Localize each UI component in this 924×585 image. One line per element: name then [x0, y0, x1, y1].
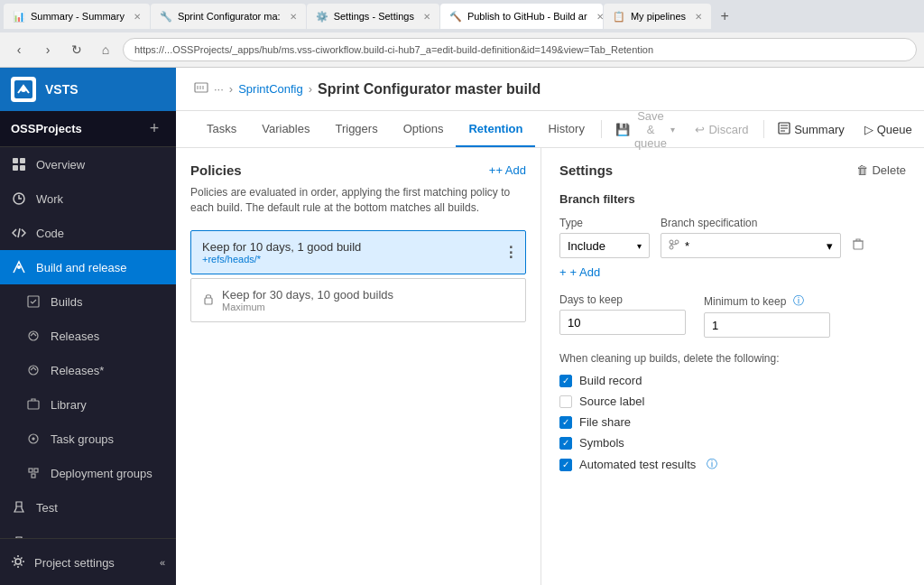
min-to-keep-input[interactable] [704, 312, 830, 338]
deployment-groups-icon [25, 465, 42, 481]
policy-item-2-content: Keep for 30 days, 10 good builds Maximum [222, 288, 514, 312]
sidebar-project-name: OSSProjects [11, 122, 143, 135]
tab-history[interactable]: History [535, 111, 596, 147]
policy-item-1-title: Keep for 10 days, 1 good build [202, 240, 514, 254]
type-select[interactable]: Include ▾ [559, 233, 650, 258]
sidebar-project-add-icon[interactable]: + [143, 118, 165, 140]
branch-spec-input[interactable]: * ▾ [661, 233, 841, 258]
sidebar-item-test[interactable]: Test [0, 490, 176, 525]
add-icon: + [489, 163, 496, 177]
checkmark-icon-2: ✓ [562, 417, 569, 427]
queue-button[interactable]: ▷ Queue [855, 115, 921, 144]
type-value: Include [568, 239, 605, 253]
back-button[interactable]: ‹ [7, 38, 31, 61]
forward-button[interactable]: › [36, 38, 60, 61]
checkbox-build-record-box: ✓ [559, 375, 572, 387]
checkbox-automated-tests-box: ✓ [559, 459, 572, 471]
add-filter-button[interactable]: + + Add [559, 265, 600, 279]
svg-rect-15 [32, 474, 35, 478]
tab-close-pipelines[interactable]: ✕ [695, 12, 702, 22]
add-policy-button[interactable]: + + Add [489, 163, 526, 177]
sidebar-item-work[interactable]: Work [0, 181, 176, 216]
sidebar-item-releases2[interactable]: Releases* [0, 353, 176, 387]
sidebar-item-build-release[interactable]: Build and release [0, 250, 176, 284]
toolbar-sep2 [763, 120, 764, 138]
save-queue-button[interactable]: 💾 Save & queue ▾ [606, 115, 684, 144]
automated-tests-info-icon[interactable]: ⓘ [707, 457, 717, 472]
sidebar-item-code[interactable]: Code [0, 216, 176, 250]
sidebar-item-overview[interactable]: Overview [0, 147, 176, 181]
checkbox-automated-tests[interactable]: ✓ Automated test results ⓘ [559, 457, 906, 472]
policies-panel: Policies + + Add Policies are evaluated … [176, 148, 541, 585]
branch-spec-chevron-icon: ▾ [827, 239, 833, 253]
min-to-keep-info-icon[interactable]: ⓘ [793, 293, 804, 309]
tab-tasks[interactable]: Tasks [194, 111, 249, 147]
settings-panel: Settings 🗑 Delete Branch filters Type In… [541, 148, 924, 585]
sidebar-item-releases[interactable]: Releases [0, 319, 176, 353]
delete-button[interactable]: 🗑 Delete [856, 163, 906, 177]
tab-close-settings[interactable]: ✕ [423, 12, 430, 22]
tab-close-sprint[interactable]: ✕ [290, 12, 297, 22]
tab-settings[interactable]: ⚙️ Settings - Settings ✕ [307, 4, 439, 29]
delete-filter-icon[interactable] [852, 237, 864, 253]
build-release-icon [11, 259, 27, 275]
sidebar-item-label-work: Work [36, 192, 63, 206]
tab-close-summary[interactable]: ✕ [134, 12, 141, 22]
summary-button[interactable]: Summary [769, 115, 854, 144]
tab-sprint[interactable]: 🔧 Sprint Configurator ma: ✕ [151, 4, 306, 29]
checkbox-file-share[interactable]: ✓ File share [559, 415, 906, 429]
tab-variables[interactable]: Variables [249, 111, 322, 147]
sidebar-collapse-icon[interactable]: « [160, 557, 165, 568]
svg-rect-2 [13, 158, 18, 163]
sidebar-item-packages[interactable]: Packages [0, 525, 176, 538]
page-title: Sprint Configurator master build [318, 81, 541, 98]
policy-item-1-menu-icon[interactable]: ⋮ [504, 244, 518, 261]
breadcrumb-sprint[interactable]: SprintConfig [238, 82, 303, 96]
tab-retention[interactable]: Retention [456, 111, 535, 147]
sidebar-project[interactable]: OSSProjects + [0, 111, 176, 147]
sidebar-item-label-deployment-groups: Deployment groups [51, 467, 152, 480]
svg-rect-24 [854, 241, 863, 249]
discard-button[interactable]: ↩ Discard [686, 115, 757, 144]
new-tab-button[interactable]: + [712, 4, 737, 29]
checkbox-build-record[interactable]: ✓ Build record [559, 374, 906, 387]
test-icon [11, 499, 27, 515]
sidebar-item-task-groups[interactable]: Task groups [0, 422, 176, 456]
queue-icon: ▷ [864, 123, 873, 136]
address-input[interactable]: https://...OSSProjects/_apps/hub/ms.vss-… [123, 38, 917, 61]
code-icon [11, 225, 27, 241]
home-button[interactable]: ⌂ [94, 38, 117, 61]
type-label: Type [559, 217, 650, 229]
tab-triggers[interactable]: Triggers [322, 111, 390, 147]
checkbox-symbols[interactable]: ✓ Symbols [559, 436, 906, 450]
browser-chrome: 📊 Summary - Summary ✕ 🔧 Sprint Configura… [0, 0, 924, 68]
days-to-keep-input[interactable] [559, 310, 686, 335]
sidebar-item-deployment-groups[interactable]: Deployment groups [0, 456, 176, 490]
sidebar-item-label-library: Library [51, 398, 87, 412]
policies-header: Policies + + Add [190, 162, 526, 178]
tab-publish[interactable]: 🔨 Publish to GitHub - Build ar ✕ [440, 4, 603, 29]
task-groups-icon [25, 431, 42, 447]
sidebar-item-label-task-groups: Task groups [51, 432, 114, 446]
sidebar-item-builds[interactable]: Builds [0, 284, 176, 319]
checkbox-file-share-label: File share [579, 415, 631, 429]
policy-item-2[interactable]: Keep for 30 days, 10 good builds Maximum [190, 278, 526, 322]
svg-point-7 [17, 265, 21, 269]
settings-title: Settings [559, 162, 856, 178]
reload-button[interactable]: ↻ [65, 38, 88, 61]
address-text: https://...OSSProjects/_apps/hub/ms.vss-… [134, 44, 653, 55]
tab-close-publish[interactable]: ✕ [596, 12, 603, 22]
tab-pipelines[interactable]: 📋 My pipelines ✕ [604, 4, 711, 29]
checkbox-source-label[interactable]: Source label [559, 395, 906, 408]
sidebar-item-label-builds: Builds [51, 295, 82, 309]
sidebar-item-library[interactable]: Library [0, 387, 176, 422]
project-settings-icon [11, 554, 25, 571]
project-settings-item[interactable]: Project settings « [11, 546, 165, 579]
policy-item-1[interactable]: Keep for 10 days, 1 good build +refs/hea… [190, 230, 526, 274]
tab-label-sprint: Sprint Configurator ma: [178, 11, 281, 22]
tab-summary[interactable]: 📊 Summary - Summary ✕ [4, 4, 150, 29]
policy-item-2-sub: Maximum [222, 302, 514, 312]
filter-row: Type Include ▾ Branch specification [559, 217, 906, 258]
checkbox-file-share-box: ✓ [559, 416, 572, 429]
tab-options[interactable]: Options [391, 111, 457, 147]
